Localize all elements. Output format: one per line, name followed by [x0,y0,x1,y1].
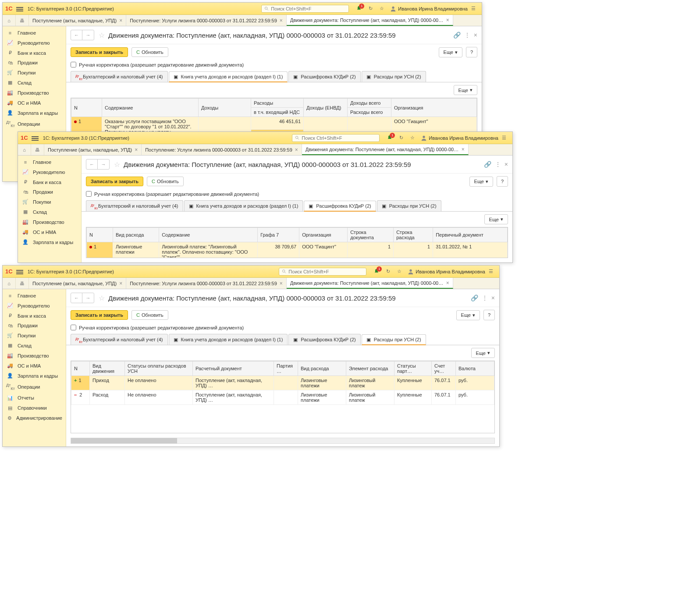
nav-main[interactable]: ≡Главное [3,28,66,38]
help-button[interactable]: ? [483,310,495,320]
close-icon[interactable]: × [280,18,283,24]
nav-ruk[interactable]: 📈Руководителю [3,301,66,311]
dtab-kudr[interactable]: ▣Книга учета доходов и расходов (раздел … [184,200,303,211]
nav-skl[interactable]: ▦Склад [3,340,66,351]
favorite-icon[interactable]: ☆ [114,160,120,169]
nav-pok[interactable]: 🛒Покупки [18,197,81,207]
nav-os[interactable]: 🚚ОС и НМА [3,361,66,371]
favorite-icon[interactable]: ☆ [99,294,105,302]
search-input[interactable] [288,269,363,274]
settings-icon[interactable]: ☰ [487,267,495,276]
forward-icon[interactable]: → [82,293,94,303]
tab-3[interactable]: Движения документа: Поступление (акт, на… [287,278,453,289]
nav-ruk[interactable]: 📈Руководителю [3,38,66,48]
nav-skl[interactable]: ▦Склад [18,207,81,217]
rasch-grid[interactable]: N Вид расхода Содержание Графа 7 Организ… [86,227,508,258]
tab-1[interactable]: Поступление (акты, накладные, УПД)× [29,15,126,26]
dtab-acc[interactable]: ДтКтБухгалтерский и налоговый учет (4) [71,71,168,82]
home-icon[interactable]: ⌂ [3,15,16,26]
history-icon[interactable]: ↻ [366,4,375,13]
nav-main[interactable]: ≡Главное [18,157,81,167]
more-icon[interactable]: ⋮ [464,32,470,39]
global-search[interactable] [292,134,380,142]
history-icon[interactable]: ↻ [397,134,405,142]
nav-zp[interactable]: 👤Зарплата и кадры [3,371,66,381]
nav-oper[interactable]: ДтКтОперации [3,118,66,130]
nav-os[interactable]: 🚚ОС и НМА [3,98,66,108]
tab-2[interactable]: Поступление: Услуги лизинга 0000-000003 … [126,15,287,26]
user-label[interactable]: Иванова Ирина Владимировна [421,135,498,141]
menu-icon[interactable] [32,135,39,141]
nav-prod[interactable]: 🛍Продажи [3,58,66,67]
nav-zp[interactable]: 👤Зарплата и кадры [3,108,66,118]
close-icon[interactable]: × [135,147,138,153]
link-icon[interactable]: 🔗 [484,161,491,168]
nav-back-forward[interactable]: ←→ [71,30,94,40]
star-icon[interactable]: ☆ [377,4,386,13]
global-search[interactable] [261,5,349,13]
menu-icon[interactable] [16,6,23,11]
table-row[interactable]: 1 Оказаны услуги поставщиком "ООО "Старт… [71,117,477,130]
home-icon[interactable]: ⌂ [18,144,31,155]
close-icon[interactable]: × [491,294,495,301]
dtab-rasch[interactable]: ▣Расшифровка КУДиР (2) [288,71,360,82]
table-row[interactable]: –2 Расход Не оплачено Поступление (акт, … [71,390,494,405]
nav-bank[interactable]: ₽Банк и касса [18,177,81,187]
star-icon[interactable]: ☆ [408,134,417,142]
close-icon[interactable]: × [119,18,122,24]
favorite-icon[interactable]: ☆ [99,31,105,39]
close-icon[interactable]: × [119,280,122,287]
more-button[interactable]: Еще ▾ [469,177,493,187]
close-icon[interactable]: × [505,161,508,168]
tab-1[interactable]: Поступление (акты, накладные, УПД)× [44,144,142,155]
manual-edit-checkbox[interactable] [71,62,76,67]
link-icon[interactable]: 🔗 [453,32,461,39]
nav-zp[interactable]: 👤Зарплата и кадры [18,237,81,247]
back-icon[interactable]: ← [86,159,98,169]
close-icon[interactable]: × [280,280,283,287]
forward-icon[interactable]: → [98,159,109,169]
close-icon[interactable]: × [446,280,449,286]
more-button[interactable]: Еще ▾ [456,310,480,320]
search-input[interactable] [271,6,346,11]
nav-proizv[interactable]: 🏭Производство [18,217,81,227]
close-icon[interactable]: × [462,146,465,152]
nav-back-forward[interactable]: ←→ [86,159,110,170]
dtab-usn[interactable]: ▣Расходы при УСН (2) [377,200,441,211]
nav-pok[interactable]: 🛒Покупки [3,330,66,340]
nav-skl[interactable]: ▦Склад [3,78,66,88]
table-row[interactable]: 1 Лизинговые платежи Лизинговый платеж: … [87,242,508,258]
nav-pok[interactable]: 🛒Покупки [3,67,66,78]
nav-admin[interactable]: ⚙Администрирование [3,413,66,423]
nav-back-forward[interactable]: ←→ [71,293,94,303]
manual-edit-checkbox[interactable] [86,191,92,197]
back-icon[interactable]: ← [71,293,82,303]
global-search[interactable] [279,268,366,276]
nav-proizv[interactable]: 🏭Производство [3,351,66,361]
nav-main[interactable]: ≡Главное [3,291,66,301]
search-input[interactable] [302,135,377,141]
print-icon[interactable]: 🖶 [31,144,44,155]
dtab-acc[interactable]: ДтКтБухгалтерский и налоговый учет (4) [71,334,168,345]
home-icon[interactable]: ⌂ [3,278,16,289]
back-icon[interactable]: ← [71,30,82,40]
scroll-thumb[interactable] [71,438,177,443]
nav-bank[interactable]: ₽Банк и касса [3,48,66,58]
grid-more-button[interactable]: Еще ▾ [484,214,508,224]
manual-edit-checkbox[interactable] [71,325,76,330]
bell-icon[interactable]: 1 [372,267,381,276]
close-icon[interactable]: × [295,147,298,153]
dtab-kudr[interactable]: ▣Книга учета доходов и расходов (раздел … [169,334,288,345]
dtab-usn[interactable]: ▣Расходы при УСН (2) [362,334,426,345]
history-icon[interactable]: ↻ [384,267,392,276]
user-label[interactable]: Иванова Ирина Владимировна [390,6,468,12]
dtab-acc[interactable]: ДтКтБухгалтерский и налоговый учет (4) [86,200,183,211]
horizontal-scrollbar[interactable] [71,438,495,444]
nav-otch[interactable]: 📊Отчеты [3,393,66,403]
star-icon[interactable]: ☆ [395,267,404,276]
tab-3[interactable]: Движения документа: Поступление (акт, на… [287,15,453,26]
grid-more-button[interactable]: Еще ▾ [471,348,495,358]
user-label[interactable]: Иванова Ирина Владимировна [408,269,485,275]
nav-ruk[interactable]: 📈Руководителю [18,167,81,177]
tab-1[interactable]: Поступление (акты, накладные, УПД)× [29,278,126,289]
